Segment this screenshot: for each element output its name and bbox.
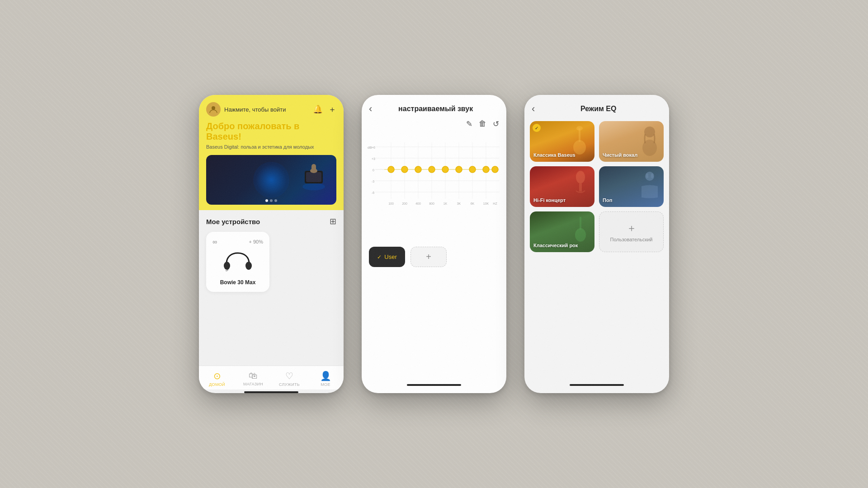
add-preset-button[interactable]: +: [410, 247, 447, 267]
user-preset-card-label: Пользовательский: [610, 237, 653, 242]
profile-tab-icon: 👤: [320, 371, 331, 381]
svg-rect-54: [579, 183, 582, 192]
svg-text:+6: +6: [372, 146, 375, 149]
svg-text:0: 0: [373, 169, 374, 172]
svg-text:6K: 6K: [471, 202, 475, 205]
eq-screen-title: настраиваемый звук: [372, 105, 499, 113]
svg-text:100: 100: [388, 202, 394, 205]
headphone-image: [222, 251, 254, 276]
banner-area[interactable]: [206, 155, 336, 205]
svg-rect-56: [646, 174, 648, 178]
svg-text:400: 400: [415, 202, 421, 205]
login-text: Нажмите, чтобы войти: [224, 106, 286, 113]
eq-mode-card-clean-vocal[interactable]: Чистый вокал: [599, 121, 664, 162]
user-preset-plus-icon: ＋: [627, 221, 637, 235]
svg-point-53: [576, 171, 585, 183]
eq-mode-card-user[interactable]: ＋ Пользовательский: [599, 211, 664, 252]
device-section-header: Мое устройство ⊞: [206, 216, 336, 226]
hifi-concert-label: Hi-Fi концерт: [533, 197, 566, 203]
grid-icon[interactable]: ⊞: [330, 216, 336, 226]
eq-mode-back-button[interactable]: ‹: [532, 104, 535, 114]
device-name: Bowie 30 Max: [220, 279, 256, 286]
tab-profile[interactable]: 👤 Мое: [312, 371, 339, 387]
welcome-subtitle: Baseus Digital: польза и эстетика для мо…: [206, 144, 336, 150]
delete-icon[interactable]: 🗑: [479, 119, 486, 129]
tab-shop[interactable]: 🛍 Магазин: [240, 371, 267, 387]
svg-text:HZ: HZ: [493, 202, 497, 205]
notification-icon[interactable]: 🔔: [313, 104, 323, 114]
add-icon[interactable]: ＋: [328, 104, 336, 115]
svg-text:-6: -6: [372, 191, 374, 194]
svg-text:1K: 1K: [443, 202, 448, 205]
svg-point-30: [388, 166, 394, 173]
svg-point-58: [575, 228, 586, 242]
svg-point-32: [415, 166, 421, 173]
home-body: Мое устройство ⊞ ∞ + 90% Bowie 30 Max: [199, 210, 344, 366]
svg-text:+3: +3: [372, 157, 375, 160]
back-button[interactable]: ‹: [369, 104, 372, 114]
header-icons: 🔔 ＋: [313, 104, 336, 115]
shop-tab-icon: 🛍: [249, 371, 258, 381]
svg-point-38: [492, 166, 498, 173]
svg-point-1: [302, 183, 325, 190]
preset-check-icon: ✓: [377, 254, 382, 260]
edit-icon[interactable]: ✎: [466, 119, 472, 129]
svg-point-35: [456, 166, 462, 173]
eq-mode-card-baseus-classic[interactable]: ✓ Классика Baseus: [530, 121, 594, 162]
user-preset-chip[interactable]: ✓ User: [369, 247, 405, 267]
add-preset-icon: +: [426, 252, 431, 262]
eq-mode-header: ‹ Режим EQ: [524, 95, 669, 121]
tab-service[interactable]: ♡ служить: [276, 371, 303, 387]
service-tab-label: служить: [279, 382, 300, 387]
device-card[interactable]: ∞ + 90% Bowie 30 Max: [206, 232, 269, 292]
device-card-top: ∞ + 90%: [212, 238, 263, 245]
home-tab-label: ДОМОЙ: [209, 382, 225, 387]
battery-level: + 90%: [249, 239, 264, 244]
banner-dot-1: [265, 199, 268, 202]
svg-point-36: [469, 166, 476, 173]
eq-bottom-indicator: [407, 384, 461, 386]
pop-label: Поп: [603, 197, 612, 203]
eq-mode-bottom-indicator: [570, 384, 624, 386]
eq-mode-card-classic-rock[interactable]: Классический рок: [530, 211, 594, 252]
eq-mode-grid: ✓ Классика Baseus Чистый вокал: [524, 121, 669, 252]
home-tab-icon: ⊙: [213, 371, 221, 381]
welcome-title: Добро пожаловать в Baseus!: [206, 121, 336, 142]
banner-dot-3: [274, 199, 277, 202]
svg-point-37: [483, 166, 489, 173]
link-icon: ∞: [212, 238, 217, 245]
tab-home[interactable]: ⊙ ДОМОЙ: [203, 371, 231, 387]
svg-rect-3: [306, 172, 321, 182]
eq-screen: ‹ настраиваемый звук ✎ 🗑 ↺ dB +6: [362, 95, 506, 393]
eq-chart[interactable]: dB +6 +3 0 -3 -6 100 200 400 800 1K 3K: [366, 133, 502, 233]
eq-mode-card-hifi-concert[interactable]: Hi-Fi концерт: [530, 166, 594, 207]
svg-text:3K: 3K: [457, 202, 461, 205]
reset-icon[interactable]: ↺: [493, 119, 499, 129]
svg-point-9: [245, 262, 252, 270]
svg-point-33: [429, 166, 435, 173]
svg-point-8: [224, 262, 230, 270]
svg-point-50: [576, 126, 583, 131]
eq-presets: ✓ User +: [362, 238, 506, 276]
svg-point-31: [401, 166, 408, 173]
svg-rect-57: [651, 174, 653, 178]
home-screen: Нажмите, чтобы войти 🔔 ＋ Добро пожаловат…: [199, 95, 344, 393]
profile-tab-label: Мое: [321, 382, 330, 387]
svg-point-34: [442, 166, 448, 173]
avatar: [206, 102, 221, 117]
eq-mode-screen: ‹ Режим EQ ✓ Классика Baseus: [524, 95, 669, 393]
eq-mode-card-pop[interactable]: Поп: [599, 166, 664, 207]
svg-rect-5: [311, 164, 316, 172]
banner-image: [206, 155, 336, 205]
selected-check-icon: ✓: [533, 124, 541, 132]
svg-rect-59: [580, 217, 581, 230]
shop-tab-label: Магазин: [243, 382, 263, 386]
home-footer: ⊙ ДОМОЙ 🛍 Магазин ♡ служить 👤 Мое: [199, 366, 344, 389]
eq-header: ‹ настраиваемый звук: [362, 95, 506, 119]
login-left[interactable]: Нажмите, чтобы войти: [206, 102, 286, 117]
banner-dot-2: [270, 199, 273, 202]
service-tab-icon: ♡: [285, 371, 293, 381]
eq-toolbar: ✎ 🗑 ↺: [362, 119, 506, 133]
clean-vocal-label: Чистый вокал: [603, 152, 637, 158]
svg-point-0: [212, 106, 215, 110]
